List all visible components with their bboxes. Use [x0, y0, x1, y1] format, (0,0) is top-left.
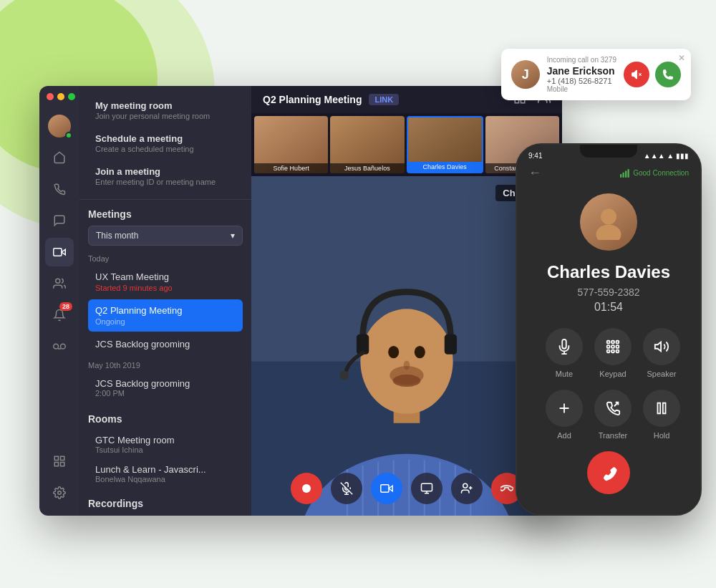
- svg-point-31: [415, 346, 425, 358]
- phone-ctrl-label-hold: Hold: [654, 431, 670, 440]
- action-sub-schedule: Create a scheduled meeting: [95, 145, 236, 153]
- phone-ctrl-label-keypad: Keypad: [599, 370, 626, 378]
- meeting-past-jcs[interactable]: JCS Backlog grooming 2:00 PM: [88, 372, 243, 403]
- sidebar-item-home[interactable]: [45, 143, 74, 172]
- meeting-name-jcs: JCS Backlog grooming: [95, 339, 236, 350]
- sidebar-avatar[interactable]: [45, 112, 74, 140]
- action-join-meeting[interactable]: Join a meeting Enter meeting ID or meeti…: [88, 160, 243, 192]
- svg-point-38: [302, 484, 311, 493]
- link-badge[interactable]: LINK: [369, 94, 399, 105]
- call-type: Mobile: [547, 85, 616, 93]
- call-duration: 01:54: [594, 301, 623, 314]
- recording-design-systems[interactable]: Design Systems Oct 10th at 3:00PM: [88, 515, 243, 516]
- thumb-jesus[interactable]: Jesus Bañuelos: [330, 116, 404, 173]
- action-my-meeting-room[interactable]: My meeting room Join your personal meeti…: [88, 95, 243, 126]
- svg-rect-7: [61, 456, 64, 460]
- phone-transfer-btn[interactable]: [594, 390, 632, 427]
- traffic-lights: [39, 93, 75, 100]
- sidebar-item-notifications[interactable]: 28: [45, 301, 74, 329]
- action-title-my-room: My meeting room: [95, 100, 236, 111]
- phone-speaker-btn[interactable]: [643, 328, 680, 365]
- svg-rect-62: [616, 350, 619, 353]
- svg-point-34: [390, 366, 423, 385]
- meeting-status-q2: Ongoing: [95, 317, 236, 326]
- notification-badge: 28: [59, 302, 72, 311]
- action-sub-join: Enter meeting ID or meeting name: [95, 178, 236, 186]
- meeting-jcs-backlog[interactable]: JCS Backlog grooming: [88, 333, 243, 355]
- mute-btn[interactable]: [331, 473, 362, 504]
- meetings-section-label: Meetings: [88, 208, 243, 220]
- connection-label: Good Connection: [633, 169, 689, 177]
- phone-keypad-btn[interactable]: [594, 328, 632, 365]
- meeting-ux-team[interactable]: UX Team Meeting Started 9 minutes ago: [88, 266, 243, 298]
- svg-rect-68: [663, 403, 666, 414]
- tl-yellow[interactable]: [57, 93, 64, 100]
- tl-red[interactable]: [47, 93, 54, 100]
- tl-green[interactable]: [68, 93, 75, 100]
- action-title-schedule: Schedule a meeting: [95, 133, 236, 144]
- recordings-section-label: Recordings: [88, 498, 243, 509]
- sidebar-item-voicemail[interactable]: [45, 332, 74, 361]
- back-arrow-icon[interactable]: ←: [528, 165, 541, 180]
- svg-rect-1: [54, 249, 62, 256]
- caller-number: 577-559-2382: [577, 286, 639, 298]
- phone-ctrl-label-transfer: Transfer: [599, 431, 628, 440]
- thumb-charles[interactable]: Charles Davies: [407, 116, 483, 173]
- action-schedule-meeting[interactable]: Schedule a meeting Create a scheduled me…: [88, 127, 243, 159]
- svg-point-3: [54, 344, 59, 349]
- svg-point-2: [56, 279, 60, 283]
- call-number: +1 (418) 526-8271: [547, 77, 616, 85]
- room-sub-gtc: Tsutsui Ichina: [95, 445, 236, 454]
- phone-caller-section: Charles Davies 577-559-2382 01:54 Mute K…: [517, 186, 700, 451]
- svg-rect-67: [658, 403, 661, 414]
- meetings-panel: My meeting room Join your personal meeti…: [79, 86, 251, 516]
- svg-rect-56: [616, 341, 619, 344]
- svg-rect-8: [54, 463, 58, 466]
- sidebar-item-video[interactable]: [45, 238, 74, 266]
- video-btn[interactable]: [371, 473, 402, 504]
- room-gtc[interactable]: GTC Meeting room Tsutsui Ichina: [88, 430, 243, 458]
- phone-ctrl-add: Add: [546, 390, 583, 440]
- phone-hold-btn[interactable]: [643, 390, 680, 427]
- phone-add-btn[interactable]: [546, 390, 583, 427]
- caller-name: Charles Davies: [547, 262, 670, 282]
- svg-marker-0: [62, 249, 65, 255]
- video-meeting-title: Q2 Planning Meeting: [263, 94, 362, 105]
- svg-point-4: [61, 344, 66, 349]
- svg-point-52: [601, 209, 616, 225]
- svg-rect-9: [61, 463, 64, 466]
- meeting-q2-planning[interactable]: Q2 Planning Meeting Ongoing: [88, 299, 243, 332]
- meeting-name-q2: Q2 Planning Meeting: [95, 305, 236, 316]
- thumb-sofie[interactable]: Sofie Hubert: [254, 116, 328, 173]
- phone-screen: 9:41 ▲▲▲ ▲ ▮▮▮ ← Good Connection Charles…: [517, 145, 700, 514]
- close-notification-icon[interactable]: ✕: [678, 53, 685, 63]
- svg-rect-36: [445, 334, 457, 355]
- room-lunch[interactable]: Lunch & Learn - Javascri... Bonelwa Nqqa…: [88, 460, 243, 488]
- recordings-section: Recordings Design Systems Oct 10th at 3:…: [79, 489, 251, 516]
- svg-rect-49: [623, 172, 624, 177]
- record-btn[interactable]: [291, 473, 322, 504]
- thumb-label-sofie: Sofie Hubert: [254, 163, 328, 173]
- room-sub-lunch: Bonelwa Nqqawana: [95, 475, 236, 483]
- svg-rect-50: [625, 170, 626, 177]
- phone-ctrl-keypad: Keypad: [594, 328, 632, 378]
- svg-rect-6: [54, 456, 58, 460]
- meeting-status-ux: Started 9 minutes ago: [95, 284, 236, 292]
- sidebar-item-grid[interactable]: [45, 447, 74, 476]
- add-participants-btn[interactable]: [451, 473, 483, 504]
- call-avatar: J: [511, 60, 540, 89]
- accept-call-btn[interactable]: [655, 62, 681, 87]
- decline-call-btn[interactable]: [624, 62, 649, 87]
- sidebar-item-phone[interactable]: [45, 175, 74, 203]
- screen-share-btn[interactable]: [411, 473, 442, 504]
- phone-mute-btn[interactable]: [546, 328, 583, 365]
- desktop-app: 28 My meeting room Join your personal me…: [39, 86, 562, 516]
- sidebar-item-chat[interactable]: [45, 206, 74, 235]
- phone-end-call-btn[interactable]: [587, 451, 630, 494]
- phone-notch: [580, 145, 637, 158]
- sidebar-item-contacts[interactable]: [45, 269, 74, 298]
- call-info: Incoming call on 3279 Jane Erickson +1 (…: [547, 56, 616, 93]
- month-selector[interactable]: This month ▾: [88, 226, 243, 246]
- phone-ctrl-label-speaker: Speaker: [647, 370, 677, 378]
- sidebar-item-settings[interactable]: [45, 478, 74, 507]
